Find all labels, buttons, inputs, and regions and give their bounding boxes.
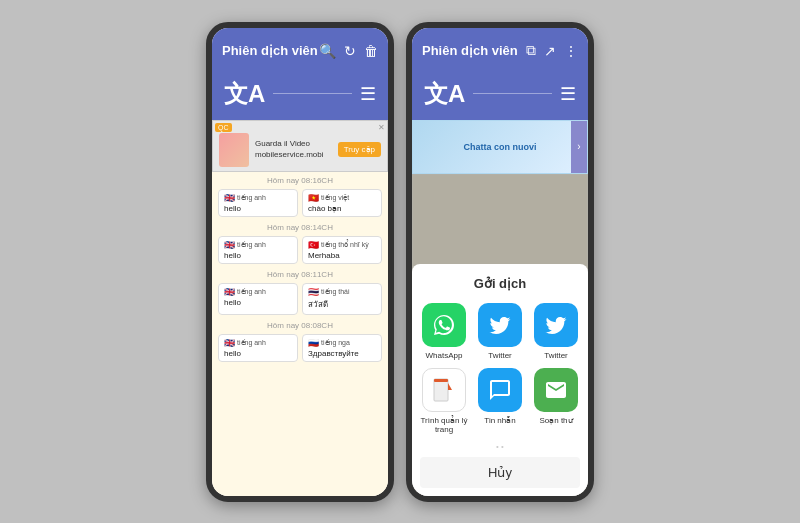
- twitter2-label: Twitter: [544, 351, 568, 360]
- manager-icon[interactable]: [422, 368, 466, 412]
- left-header-icons: 🔍 ↻ 🗑: [319, 43, 378, 59]
- share-grid: WhatsApp Twitter: [420, 303, 580, 434]
- left-phone: Phiên dịch viên 🔍 ↻ 🗑 文A ☰ QC ✕ Guarda i…: [206, 22, 394, 502]
- timestamp-1: Hôm nay 08:16CH: [212, 172, 388, 187]
- history-row-3[interactable]: 🇬🇧 tiếng anh hello 🇹🇭 tiếng thái สวัสดี: [212, 281, 388, 317]
- svg-rect-0: [434, 379, 448, 401]
- twitter2-icon[interactable]: [534, 303, 578, 347]
- history-list: Hôm nay 08:16CH 🇬🇧 tiếng anh hello 🇻🇳 ti…: [212, 172, 388, 496]
- share-item-twitter2[interactable]: Twitter: [532, 303, 580, 360]
- ad-banner-right: Chatta con nuovi ›: [412, 120, 588, 174]
- phone-body-right: Gởi dịch WhatsApp: [412, 174, 588, 496]
- to-box-3: 🇹🇭 tiếng thái สวัสดี: [302, 283, 382, 315]
- flag-en-4: 🇬🇧: [224, 338, 235, 348]
- manager-label: Trình quản lý trang: [420, 416, 468, 434]
- history-row-1[interactable]: 🇬🇧 tiếng anh hello 🇻🇳 tiếng việt chào bạ…: [212, 187, 388, 219]
- share-overlay: Gởi dịch WhatsApp: [412, 174, 588, 496]
- timestamp-4: Hôm nay 08:08CH: [212, 317, 388, 332]
- whatsapp-icon[interactable]: [422, 303, 466, 347]
- ad-image: [219, 133, 249, 167]
- mail-icon[interactable]: [534, 368, 578, 412]
- flag-en-1: 🇬🇧: [224, 193, 235, 203]
- share-dialog: Gởi dịch WhatsApp: [412, 264, 588, 496]
- share-icon[interactable]: ↗: [544, 43, 556, 59]
- messages-label: Tin nhắn: [484, 416, 515, 425]
- flag-en-3: 🇬🇧: [224, 287, 235, 297]
- from-box-2: 🇬🇧 tiếng anh hello: [218, 236, 298, 264]
- translate-icon: 文A: [224, 78, 265, 110]
- from-box-3: 🇬🇧 tiếng anh hello: [218, 283, 298, 315]
- svg-rect-1: [434, 379, 448, 382]
- flag-vn-1: 🇻🇳: [308, 193, 319, 203]
- twitter1-icon[interactable]: [478, 303, 522, 347]
- share-item-twitter1[interactable]: Twitter: [476, 303, 524, 360]
- to-box-4: 🇷🇺 tiếng nga Здравствуйте: [302, 334, 382, 362]
- share-title: Gởi dịch: [420, 276, 580, 291]
- right-translate-bar: 文A ☰: [412, 72, 588, 120]
- twitter1-label: Twitter: [488, 351, 512, 360]
- flag-en-2: 🇬🇧: [224, 240, 235, 250]
- delete-icon[interactable]: 🗑: [364, 43, 378, 59]
- menu-icon[interactable]: ☰: [360, 83, 376, 105]
- refresh-icon[interactable]: ↻: [344, 43, 356, 59]
- share-dots: • •: [420, 442, 580, 451]
- right-header: Phiên dịch viên ⧉ ↗ ⋮: [412, 28, 588, 72]
- share-item-manager[interactable]: Trình quản lý trang: [420, 368, 468, 434]
- ad-text: Guarda il Video mobileservice.mobi: [255, 139, 338, 160]
- history-row-2[interactable]: 🇬🇧 tiếng anh hello 🇹🇷 tiếng thổ nhĩ kỳ M…: [212, 234, 388, 266]
- flag-th-3: 🇹🇭: [308, 287, 319, 297]
- right-phone: Phiên dịch viên ⧉ ↗ ⋮ 文A ☰ Chatta con nu…: [406, 22, 594, 502]
- share-item-mail[interactable]: Soạn thư: [532, 368, 580, 434]
- ad-label: QC: [215, 123, 232, 132]
- to-box-2: 🇹🇷 tiếng thổ nhĩ kỳ Merhaba: [302, 236, 382, 264]
- mail-label: Soạn thư: [539, 416, 572, 425]
- left-header: Phiên dịch viên 🔍 ↻ 🗑: [212, 28, 388, 72]
- right-header-title: Phiên dịch viên: [422, 43, 518, 58]
- ad-banner-text: Chatta con nuovi: [463, 142, 536, 152]
- search-icon[interactable]: 🔍: [319, 43, 336, 59]
- more-icon[interactable]: ⋮: [564, 43, 578, 59]
- right-menu-icon[interactable]: ☰: [560, 83, 576, 105]
- timestamp-2: Hôm nay 08:14CH: [212, 219, 388, 234]
- ad-next-button[interactable]: ›: [571, 121, 587, 173]
- ad-close-icon[interactable]: ✕: [378, 123, 385, 132]
- share-item-whatsapp[interactable]: WhatsApp: [420, 303, 468, 360]
- right-header-icons: ⧉ ↗ ⋮: [526, 42, 578, 59]
- flag-tr-2: 🇹🇷: [308, 240, 319, 250]
- ad-banner-left: QC ✕ Guarda il Video mobileservice.mobi …: [212, 120, 388, 172]
- copy-icon[interactable]: ⧉: [526, 42, 536, 59]
- translate-bar: 文A ☰: [212, 72, 388, 120]
- cancel-button[interactable]: Hủy: [420, 457, 580, 488]
- from-box-4: 🇬🇧 tiếng anh hello: [218, 334, 298, 362]
- history-row-4[interactable]: 🇬🇧 tiếng anh hello 🇷🇺 tiếng nga Здравств…: [212, 332, 388, 364]
- phones-container: Phiên dịch viên 🔍 ↻ 🗑 文A ☰ QC ✕ Guarda i…: [206, 22, 594, 502]
- whatsapp-label: WhatsApp: [426, 351, 463, 360]
- flag-ru-4: 🇷🇺: [308, 338, 319, 348]
- share-item-messages[interactable]: Tin nhắn: [476, 368, 524, 434]
- left-header-title: Phiên dịch viên: [222, 43, 318, 58]
- right-translate-icon: 文A: [424, 78, 465, 110]
- to-box-1: 🇻🇳 tiếng việt chào bạn: [302, 189, 382, 217]
- from-box-1: 🇬🇧 tiếng anh hello: [218, 189, 298, 217]
- ad-button[interactable]: Truy cập: [338, 142, 381, 157]
- messages-icon[interactable]: [478, 368, 522, 412]
- svg-marker-2: [448, 383, 452, 390]
- timestamp-3: Hôm nay 08:11CH: [212, 266, 388, 281]
- ad-banner-image: Chatta con nuovi: [413, 121, 587, 173]
